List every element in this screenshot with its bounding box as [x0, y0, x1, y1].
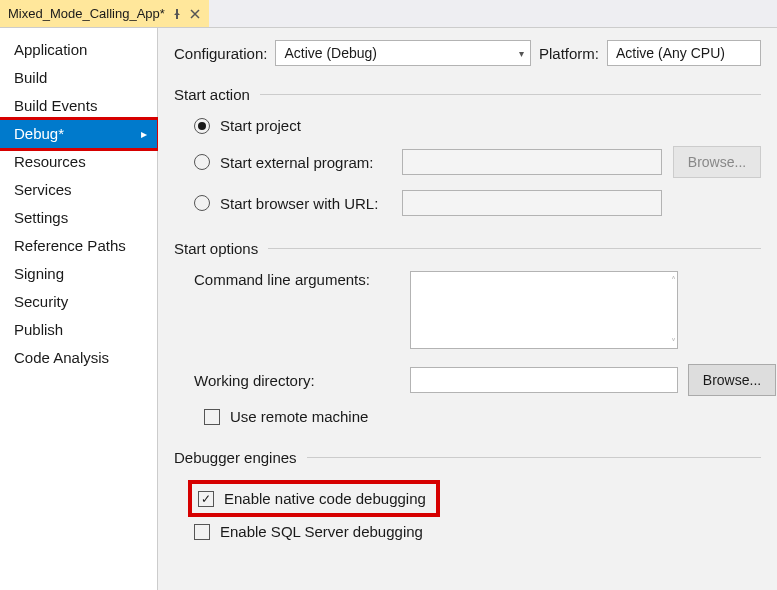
- browse-external-button[interactable]: Browse...: [673, 146, 761, 178]
- config-platform-row: Configuration: Active (Debug) ▾ Platform…: [174, 40, 761, 66]
- pin-icon[interactable]: [171, 8, 183, 20]
- document-tabbar: Mixed_Mode_Calling_App*: [0, 0, 777, 28]
- sidebar-item-build[interactable]: Build: [0, 64, 157, 92]
- document-tab[interactable]: Mixed_Mode_Calling_App*: [0, 0, 209, 27]
- external-program-input[interactable]: [402, 149, 662, 175]
- enable-native-debugging-label: Enable native code debugging: [224, 490, 426, 507]
- sidebar-item-security[interactable]: Security: [0, 288, 157, 316]
- sidebar-item-code-analysis[interactable]: Code Analysis: [0, 344, 157, 372]
- enable-native-debugging-checkbox[interactable]: ✓: [198, 491, 214, 507]
- scroll-up-icon: ˄: [671, 275, 676, 286]
- workdir-input[interactable]: [410, 367, 678, 393]
- use-remote-checkbox[interactable]: [204, 409, 220, 425]
- browser-url-input[interactable]: [402, 190, 662, 216]
- sidebar-item-services[interactable]: Services: [0, 176, 157, 204]
- section-title: Start action: [174, 86, 250, 103]
- configuration-dropdown[interactable]: Active (Debug) ▾: [275, 40, 531, 66]
- configuration-label: Configuration:: [174, 45, 267, 62]
- start-action-section: Start action Start project Start externa…: [174, 86, 761, 216]
- cmd-args-textarea[interactable]: [410, 271, 678, 349]
- sidebar-item-reference-paths[interactable]: Reference Paths: [0, 232, 157, 260]
- divider: [268, 248, 761, 249]
- start-project-label: Start project: [220, 117, 301, 134]
- cmd-args-label: Command line arguments:: [194, 271, 400, 288]
- platform-label: Platform:: [539, 45, 599, 62]
- sidebar-item-settings[interactable]: Settings: [0, 204, 157, 232]
- close-icon[interactable]: [189, 8, 201, 20]
- enable-sql-debugging-label: Enable SQL Server debugging: [220, 523, 423, 540]
- start-browser-label: Start browser with URL:: [220, 195, 392, 212]
- enable-sql-debugging-checkbox[interactable]: [194, 524, 210, 540]
- use-remote-label: Use remote machine: [230, 408, 368, 425]
- tab-title: Mixed_Mode_Calling_App*: [8, 6, 165, 21]
- platform-value: Active (Any CPU): [616, 45, 725, 61]
- workdir-label: Working directory:: [194, 372, 400, 389]
- body: Application Build Build Events Debug* Re…: [0, 28, 777, 590]
- project-properties-window: Mixed_Mode_Calling_App* Application Buil…: [0, 0, 777, 590]
- debug-settings-panel: Configuration: Active (Debug) ▾ Platform…: [158, 28, 777, 590]
- section-title: Debugger engines: [174, 449, 297, 466]
- start-project-radio[interactable]: [194, 118, 210, 134]
- sidebar-item-debug[interactable]: Debug*: [0, 120, 157, 148]
- start-external-label: Start external program:: [220, 154, 392, 171]
- native-debugging-highlight: ✓ Enable native code debugging: [188, 480, 440, 517]
- start-options-section: Start options Command line arguments: ˄ …: [174, 240, 761, 425]
- sidebar-item-build-events[interactable]: Build Events: [0, 92, 157, 120]
- browse-workdir-button[interactable]: Browse...: [688, 364, 776, 396]
- sidebar-item-publish[interactable]: Publish: [0, 316, 157, 344]
- sidebar-item-signing[interactable]: Signing: [0, 260, 157, 288]
- chevron-down-icon: ▾: [519, 48, 524, 59]
- sidebar-nav: Application Build Build Events Debug* Re…: [0, 28, 158, 590]
- start-external-radio[interactable]: [194, 154, 210, 170]
- scroll-down-icon: ˅: [671, 337, 676, 348]
- start-browser-radio[interactable]: [194, 195, 210, 211]
- sidebar-item-resources[interactable]: Resources: [0, 148, 157, 176]
- debugger-engines-section: Debugger engines ✓ Enable native code de…: [174, 449, 761, 540]
- sidebar-item-application[interactable]: Application: [0, 36, 157, 64]
- configuration-value: Active (Debug): [284, 45, 377, 61]
- divider: [260, 94, 761, 95]
- platform-dropdown[interactable]: Active (Any CPU): [607, 40, 761, 66]
- divider: [307, 457, 761, 458]
- section-title: Start options: [174, 240, 258, 257]
